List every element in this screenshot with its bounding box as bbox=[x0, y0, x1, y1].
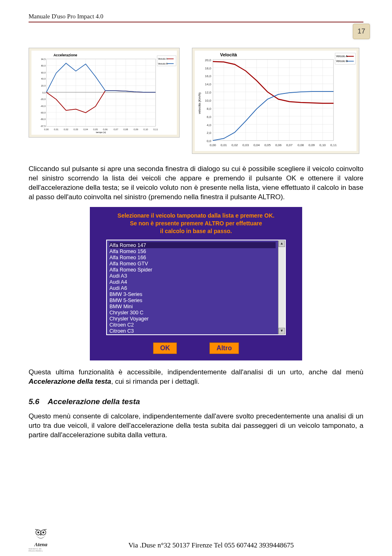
list-item[interactable]: BMW Mini bbox=[109, 303, 276, 309]
svg-text:60,0: 60,0 bbox=[41, 71, 45, 74]
section-heading: 5.6 Accelerazione della testa bbox=[29, 397, 363, 406]
svg-text:0,10: 0,10 bbox=[319, 143, 326, 147]
charts-row: Accelerazione 94,580,0 60,040,0 20,00,0 … bbox=[29, 48, 363, 154]
list-item[interactable]: BMW 5-Series bbox=[109, 297, 276, 303]
svg-point-109 bbox=[38, 532, 40, 534]
brand-name: Atena bbox=[34, 541, 47, 548]
svg-text:Veicolo A: Veicolo A bbox=[336, 55, 348, 58]
list-item[interactable]: Audi A4 bbox=[109, 279, 276, 285]
paragraph-3: Questo menù consente di calcolare, indip… bbox=[29, 412, 363, 440]
svg-text:6,0: 6,0 bbox=[207, 115, 212, 119]
svg-text:18,0: 18,0 bbox=[205, 67, 212, 70]
dialog-title: Selezionare il veicolo tamponato dalla l… bbox=[96, 212, 296, 235]
svg-text:0,02: 0,02 bbox=[232, 143, 238, 147]
svg-text:0,08: 0,08 bbox=[298, 143, 304, 147]
svg-text:0,03: 0,03 bbox=[74, 128, 78, 131]
dialog-title-line3: il calcolo in base al passo. bbox=[160, 228, 232, 234]
scroll-down-icon[interactable]: ▼ bbox=[278, 328, 285, 334]
svg-text:0,03: 0,03 bbox=[243, 143, 249, 147]
svg-text:94,5: 94,5 bbox=[41, 58, 45, 60]
list-item[interactable]: Alfa Romeo 147 bbox=[109, 242, 276, 248]
list-item[interactable]: Alfa Romeo 156 bbox=[109, 248, 276, 254]
svg-text:-20,0: -20,0 bbox=[40, 98, 45, 100]
svg-text:Veicolo A: Veicolo A bbox=[158, 58, 168, 60]
svg-text:16,0: 16,0 bbox=[205, 74, 212, 78]
svg-text:0,09: 0,09 bbox=[309, 143, 315, 147]
svg-text:0,05: 0,05 bbox=[264, 143, 271, 147]
paragraph-1: Cliccando sul pulsante si apre una secon… bbox=[29, 165, 363, 202]
svg-text:20,0: 20,0 bbox=[205, 58, 212, 62]
svg-text:0,07: 0,07 bbox=[286, 143, 292, 147]
svg-text:0,11: 0,11 bbox=[153, 128, 158, 131]
svg-text:0,02: 0,02 bbox=[64, 128, 68, 131]
doc-header: Manuale D'uso Pro Impact 4.0 bbox=[29, 13, 363, 20]
svg-text:12,0: 12,0 bbox=[205, 91, 212, 94]
para2-pre: Questa ultima funzionalità è accessibile… bbox=[29, 368, 363, 376]
list-item[interactable]: BMW 3-Series bbox=[109, 291, 276, 297]
chart1-title-text: Accelerazione bbox=[53, 53, 77, 57]
svg-text:0,0: 0,0 bbox=[42, 91, 46, 94]
svg-text:Veicolo B: Veicolo B bbox=[336, 60, 348, 62]
chart-accel-svg: Accelerazione 94,580,0 60,040,0 20,00,0 … bbox=[31, 51, 177, 135]
svg-text:tempo (s): tempo (s) bbox=[96, 131, 106, 133]
chart-accelerazione: Accelerazione 94,580,0 60,040,0 20,00,0 … bbox=[29, 48, 180, 138]
svg-text:-80,0: -80,0 bbox=[40, 118, 45, 120]
dialog-screenshot: Selezionare il veicolo tamponato dalla l… bbox=[90, 207, 302, 361]
dialog-title-line2: Se non è presente premere ALTRO per effe… bbox=[130, 220, 262, 227]
chart-velocita: Velocità 20,018,016,0 14,012,010,0 8,06,… bbox=[192, 48, 359, 154]
svg-text:4,0: 4,0 bbox=[207, 123, 212, 127]
list-item[interactable]: Citroen C3 bbox=[109, 328, 276, 334]
footer: Atena SOCIETÀ DI INGEGNERIA Via .Duse n°… bbox=[29, 527, 363, 552]
svg-text:2,0: 2,0 bbox=[207, 131, 212, 135]
svg-text:0,04: 0,04 bbox=[254, 143, 260, 147]
list-item[interactable]: Chrysler Voyager bbox=[109, 316, 276, 322]
header-divider bbox=[29, 22, 363, 22]
list-item[interactable]: Alfa Romeo 166 bbox=[109, 254, 276, 260]
altro-button[interactable]: Altro bbox=[209, 342, 238, 354]
list-item[interactable]: Chrysler 300 C bbox=[109, 309, 276, 316]
chart2-title-text: Velocità bbox=[220, 52, 237, 57]
svg-text:velocità (Km/h): velocità (Km/h) bbox=[198, 92, 201, 114]
list-item[interactable]: Audi A3 bbox=[109, 273, 276, 279]
vehicle-listbox[interactable]: Alfa Romeo 147Alfa Romeo 156Alfa Romeo 1… bbox=[106, 240, 286, 335]
owl-icon bbox=[32, 527, 50, 541]
list-item[interactable]: Alfa Romeo GTV bbox=[109, 260, 276, 267]
svg-text:0,05: 0,05 bbox=[93, 128, 98, 131]
ok-button[interactable]: OK bbox=[153, 342, 177, 354]
svg-text:0,09: 0,09 bbox=[134, 128, 138, 131]
svg-text:14,0: 14,0 bbox=[205, 82, 212, 86]
list-item[interactable]: Audi A6 bbox=[109, 285, 276, 291]
paragraph-2: Questa ultima funzionalità è accessibile… bbox=[29, 368, 363, 387]
list-item[interactable]: Citroen C2 bbox=[109, 322, 276, 328]
svg-text:0,01: 0,01 bbox=[54, 128, 58, 131]
svg-text:0,06: 0,06 bbox=[103, 128, 107, 131]
listbox-scrollbar[interactable]: ▲ ▼ bbox=[278, 240, 285, 334]
list-item[interactable]: Alfa Romeo Spider bbox=[109, 267, 276, 273]
section-title: Accelerazione della testa bbox=[48, 397, 140, 406]
svg-text:20,0: 20,0 bbox=[41, 85, 45, 87]
svg-text:-60,0: -60,0 bbox=[40, 111, 45, 114]
svg-text:0,06: 0,06 bbox=[275, 143, 282, 147]
scroll-up-icon[interactable]: ▲ bbox=[278, 240, 285, 247]
svg-text:-97,5: -97,5 bbox=[40, 125, 45, 127]
chart-vel-svg: Velocità 20,018,016,0 14,012,010,0 8,06,… bbox=[195, 51, 356, 151]
svg-text:10,0: 10,0 bbox=[205, 99, 212, 102]
atena-logo: Atena SOCIETÀ DI INGEGNERIA bbox=[29, 527, 53, 552]
svg-text:8,0: 8,0 bbox=[207, 107, 212, 111]
svg-text:0,07: 0,07 bbox=[114, 128, 118, 131]
svg-point-110 bbox=[42, 532, 45, 534]
svg-text:0,01: 0,01 bbox=[220, 143, 227, 147]
svg-text:0,04: 0,04 bbox=[83, 128, 88, 131]
svg-text:0,00: 0,00 bbox=[210, 143, 216, 147]
footer-address: Via .Duse n°32 50137 Firenze Tel 055 607… bbox=[59, 541, 363, 552]
svg-text:0,00: 0,00 bbox=[44, 128, 49, 131]
page-number-badge: 17 bbox=[353, 24, 370, 39]
svg-text:Veicolo B: Veicolo B bbox=[158, 62, 168, 65]
para2-bold: Accelerazione della testa bbox=[29, 378, 111, 385]
svg-text:40,0: 40,0 bbox=[41, 78, 45, 80]
svg-text:0,0: 0,0 bbox=[207, 139, 212, 143]
svg-text:0,11: 0,11 bbox=[330, 143, 337, 147]
svg-text:-40,0: -40,0 bbox=[40, 105, 45, 107]
svg-text:80,0: 80,0 bbox=[41, 64, 45, 67]
dialog-title-line1: Selezionare il veicolo tamponato dalla l… bbox=[118, 212, 274, 219]
